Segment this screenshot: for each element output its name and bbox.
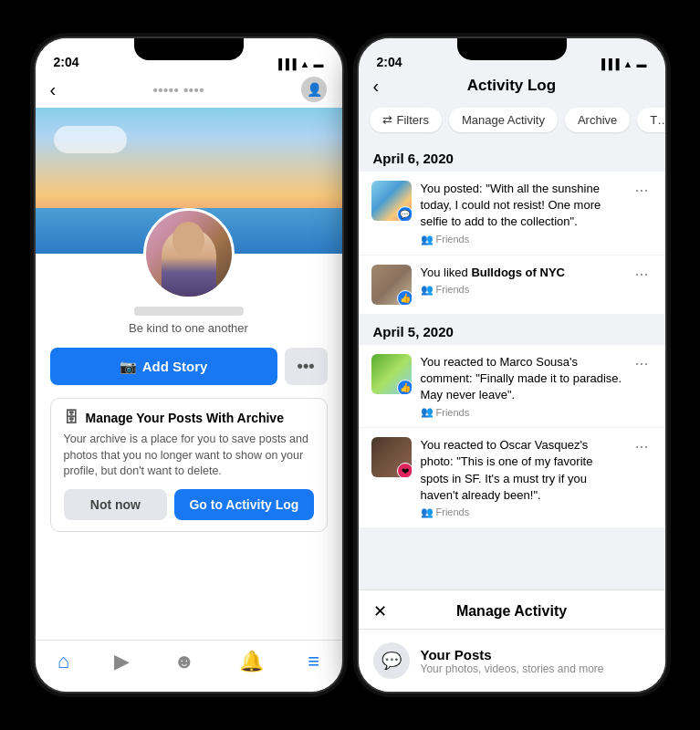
item-more-button[interactable]: ··· [631, 265, 652, 284]
sheet-item-info: Your Posts Your photos, videos, stories … [421, 647, 604, 675]
sheet-header: ✕ Manage Activity [359, 590, 665, 630]
manage-activity-label: Manage Activity [462, 113, 545, 127]
activity-thumb: ❤ [371, 437, 412, 477]
wifi-icon-p2: ▲ [623, 58, 633, 69]
profile-info: Be kind to one another [36, 299, 342, 339]
status-time-p2: 2:04 [377, 55, 402, 69]
activity-thumb: 👍 [371, 354, 412, 394]
sheet-title: Manage Activity [456, 603, 567, 620]
signal-icon: ▐▐▐ [275, 58, 296, 69]
activity-item: 💬 You posted: "With all the sunshine tod… [359, 172, 665, 255]
more-chip-label: T… [650, 113, 664, 127]
account-avatar-button[interactable]: 👤 [301, 77, 327, 102]
nav-video[interactable]: ▶ [114, 650, 130, 673]
activity-item-text: You reacted to Marco Sousa's comment: "F… [421, 354, 622, 419]
activity-desc: You reacted to Oscar Vasquez's photo: "T… [421, 437, 622, 504]
your-posts-subtitle: Your photos, videos, stories and more [421, 662, 604, 675]
filter-icon: ⇄ [382, 113, 392, 127]
status-time-p1: 2:04 [54, 55, 79, 69]
status-icons-p1: ▐▐▐ ▲ ▬ [275, 58, 323, 69]
activity-audience: 👥 Friends [421, 506, 622, 518]
filter-chip-archive[interactable]: Archive [565, 108, 630, 132]
profile-avatar [36, 208, 342, 299]
archive-icon: 🗄 [64, 410, 78, 426]
more-options-button[interactable]: ••• [285, 348, 328, 385]
friends-icon: 👥 [421, 406, 434, 418]
activity-audience: 👥 Friends [421, 406, 622, 418]
manage-activity-sheet: ✕ Manage Activity 💬 Your Posts Your phot… [359, 589, 665, 692]
archive-banner-title: 🗄 Manage Your Posts With Archive [64, 410, 314, 426]
filter-chip-label: Filters [397, 113, 429, 127]
status-icons-p2: ▐▐▐ ▲ ▬ [598, 58, 646, 69]
activity-item: 👍 You reacted to Marco Sousa's comment: … [359, 345, 665, 428]
archive-banner: 🗄 Manage Your Posts With Archive Your ar… [50, 398, 328, 532]
archive-banner-text: Your archive is a place for you to save … [64, 432, 314, 480]
friends-icon: 👥 [421, 234, 434, 245]
filter-chip-manage[interactable]: Manage Activity [449, 108, 558, 132]
date-header-april6: April 6, 2020 [359, 141, 665, 172]
nav-menu[interactable]: ≡ [308, 650, 319, 673]
p2-navigation: ‹ Activity Log [359, 73, 665, 102]
archive-banner-buttons: Not now Go to Activity Log [64, 489, 314, 520]
activity-desc: You liked Bulldogs of NYC [421, 265, 622, 281]
sheet-close-button[interactable]: ✕ [373, 601, 387, 621]
back-button[interactable]: ‹ [50, 79, 57, 100]
activity-item: 👍 You liked Bulldogs of NYC 👥 Friends ··… [359, 256, 665, 314]
your-posts-icon: 💬 [373, 642, 410, 679]
reaction-badge-messenger: 💬 [397, 206, 412, 221]
p1-navigation: ‹ ••••• •••• 👤 [36, 73, 342, 108]
nav-home[interactable]: ⌂ [57, 650, 69, 673]
reaction-badge-heart: ❤ [397, 463, 412, 477]
activity-item-text: You reacted to Oscar Vasquez's photo: "T… [421, 437, 622, 518]
profile-name-placeholder [134, 307, 244, 316]
activity-item-text: You liked Bulldogs of NYC 👥 Friends [421, 265, 622, 296]
not-now-button[interactable]: Not now [64, 489, 168, 520]
camera-icon: 📷 [120, 359, 137, 375]
profile-actions: 📷 Add Story ••• [36, 339, 342, 394]
p1-nav-title: ••••• •••• [153, 82, 204, 98]
archive-chip-label: Archive [578, 113, 617, 127]
filter-bar: ⇄ Filters Manage Activity Archive T… [359, 102, 665, 141]
activity-audience: 👥 Friends [421, 284, 622, 296]
battery-icon-p2: ▬ [637, 58, 647, 69]
filter-chip-filters[interactable]: ⇄ Filters [370, 108, 442, 132]
nav-profile[interactable]: ☻ [173, 650, 194, 673]
activity-log-content: April 6, 2020 💬 You posted: "With all th… [359, 141, 665, 589]
add-story-button[interactable]: 📷 Add Story [50, 348, 277, 385]
item-more-button[interactable]: ··· [631, 181, 652, 200]
item-more-button[interactable]: ··· [631, 354, 652, 373]
friends-icon: 👥 [421, 284, 434, 296]
activity-item: ❤ You reacted to Oscar Vasquez's photo: … [359, 428, 665, 527]
p2-nav-title: Activity Log [467, 77, 556, 95]
friends-icon: 👥 [421, 506, 434, 518]
date-header-april5: April 5, 2020 [359, 315, 665, 345]
activity-desc: You reacted to Marco Sousa's comment: "F… [421, 354, 622, 404]
reaction-badge-thumbs: 👍 [397, 380, 412, 394]
sheet-item-your-posts[interactable]: 💬 Your Posts Your photos, videos, storie… [359, 630, 665, 692]
activity-thumb: 👍 [371, 265, 412, 305]
reaction-badge-like: 👍 [397, 290, 412, 305]
nav-notifications[interactable]: 🔔 [239, 650, 264, 673]
filter-chip-more[interactable]: T… [637, 108, 664, 132]
battery-icon: ▬ [314, 58, 324, 69]
p2-back-button[interactable]: ‹ [373, 76, 380, 97]
goto-activity-log-button[interactable]: Go to Activity Log [174, 489, 313, 520]
add-story-label: Add Story [142, 359, 208, 374]
activity-desc: You posted: "With all the sunshine today… [421, 181, 622, 231]
signal-icon-p2: ▐▐▐ [598, 58, 619, 69]
item-more-button[interactable]: ··· [631, 437, 652, 456]
activity-item-text: You posted: "With all the sunshine today… [421, 181, 622, 245]
p1-bottom-nav: ⌂ ▶ ☻ 🔔 ≡ [36, 640, 342, 692]
your-posts-title: Your Posts [421, 647, 604, 662]
activity-thumb: 💬 [371, 181, 412, 221]
profile-bio: Be kind to one another [50, 321, 328, 335]
activity-audience: 👥 Friends [421, 234, 622, 245]
wifi-icon: ▲ [300, 58, 310, 69]
